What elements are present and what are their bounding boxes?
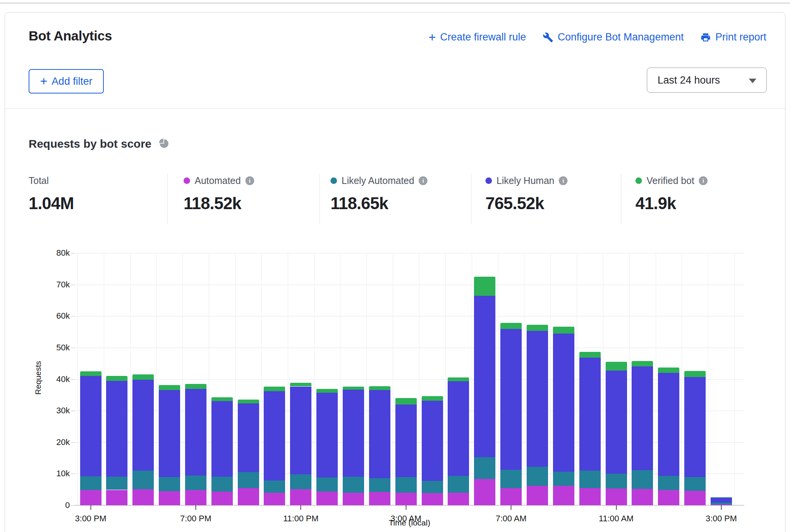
- x-axis-tick: [406, 505, 406, 510]
- bar-segment-verified-bot: [290, 383, 311, 386]
- x-axis-tick: [721, 505, 722, 510]
- bar-segment-likely-human: [579, 358, 601, 471]
- x-axis-tick: [90, 505, 91, 510]
- bar-segment-automated: [553, 486, 574, 505]
- bar-segment-verified-bot: [395, 398, 417, 405]
- bar-segment-likely-automated: [185, 476, 206, 490]
- bar-segment-likely-human: [422, 401, 443, 481]
- bar-segment-likely-human: [711, 498, 732, 503]
- bar-segment-likely-human: [658, 373, 679, 476]
- bar-segment-likely-human: [106, 381, 127, 476]
- bar-segment-automated: [684, 491, 706, 505]
- bar-segment-verified-bot: [132, 374, 154, 380]
- y-axis-tick: [71, 379, 75, 380]
- bar-segment-automated: [579, 488, 601, 505]
- bar-segment-verified-bot: [264, 387, 285, 391]
- gridline-horizontal: [75, 316, 744, 316]
- bar-segment-verified-bot: [527, 325, 548, 331]
- bar-segment-likely-human: [553, 334, 574, 472]
- bar-segment-likely-human: [290, 387, 311, 475]
- bar-segment-automated: [395, 493, 417, 505]
- bar-segment-automated: [343, 493, 364, 505]
- bar-segment-likely-human: [448, 381, 469, 476]
- bar-segment-automated: [369, 492, 390, 505]
- x-axis-title: Time (local): [352, 518, 467, 527]
- x-axis-tick-label: 11:00 AM: [574, 514, 658, 524]
- bar-segment-likely-automated: [579, 471, 601, 488]
- bar-segment-likely-human: [238, 403, 259, 472]
- bar-segment-likely-automated: [159, 477, 180, 491]
- x-axis-tick: [616, 505, 617, 510]
- y-axis-tick: [71, 505, 75, 506]
- y-axis-tick-label: 70k: [24, 280, 70, 290]
- bar-segment-likely-human: [632, 366, 653, 471]
- y-axis-tick: [71, 253, 75, 253]
- y-axis-tick: [71, 316, 75, 316]
- bar-segment-likely-automated: [500, 470, 522, 488]
- bar-segment-likely-human: [264, 391, 285, 480]
- bar-segment-verified-bot: [422, 396, 443, 401]
- bar-segment-likely-automated: [448, 476, 469, 493]
- bar-segment-likely-human: [606, 371, 627, 474]
- bar-segment-likely-human: [316, 393, 338, 477]
- bar-segment-automated: [448, 493, 469, 505]
- bar-segment-automated: [211, 492, 233, 505]
- bar-segment-verified-bot: [106, 376, 127, 381]
- y-axis-tick-label: 30k: [24, 406, 70, 416]
- bar-segment-verified-bot: [448, 377, 469, 382]
- bar-segment-likely-human: [474, 296, 495, 457]
- bar-segment-likely-automated: [474, 457, 495, 479]
- bar-segment-likely-automated: [316, 477, 338, 491]
- x-axis-tick: [300, 505, 301, 510]
- bar-segment-verified-bot: [238, 400, 259, 403]
- bar-segment-verified-bot: [500, 323, 522, 329]
- gridline-horizontal: [75, 348, 744, 348]
- bar-segment-verified-bot: [474, 277, 495, 296]
- bar-segment-likely-automated: [290, 474, 311, 489]
- bar-segment-likely-automated: [211, 477, 233, 492]
- y-axis-tick: [71, 442, 75, 443]
- y-axis-tick-label: 50k: [24, 343, 70, 353]
- y-axis-tick: [71, 411, 75, 411]
- bar-segment-likely-automated: [422, 481, 443, 493]
- bar-segment-likely-automated: [343, 477, 364, 493]
- bar-segment-likely-automated: [369, 478, 390, 492]
- y-axis-tick-label: 80k: [24, 248, 70, 258]
- bar-segment-automated: [527, 486, 548, 505]
- bar-segment-automated: [422, 493, 443, 505]
- bar-segment-automated: [264, 493, 285, 505]
- bar-segment-verified-bot: [658, 368, 679, 373]
- bar-segment-automated: [238, 488, 259, 505]
- y-axis-tick-label: 60k: [24, 311, 70, 321]
- bar-segment-automated: [658, 490, 679, 505]
- bar-segment-likely-human: [159, 390, 180, 477]
- y-axis-tick-label: 10k: [24, 469, 70, 479]
- bar-segment-verified-bot: [159, 385, 180, 390]
- bar-segment-likely-automated: [132, 471, 154, 489]
- bar-segment-automated: [474, 479, 495, 505]
- bar-segment-likely-automated: [264, 480, 285, 493]
- y-axis-tick: [71, 285, 75, 285]
- bar-segment-likely-automated: [238, 472, 259, 488]
- bar-segment-verified-bot: [369, 386, 390, 390]
- bar-segment-likely-human: [684, 377, 706, 477]
- bar-segment-automated: [500, 488, 522, 505]
- bar-segment-likely-human: [211, 401, 233, 476]
- bar-segment-likely-automated: [632, 470, 653, 489]
- y-axis-tick-label: 20k: [24, 437, 70, 447]
- y-axis-tick: [71, 348, 75, 348]
- x-axis-tick: [195, 505, 196, 510]
- x-axis-tick: [511, 505, 511, 510]
- bar-segment-verified-bot: [185, 384, 206, 389]
- gridline-horizontal: [75, 285, 744, 285]
- requests-by-bot-score-chart: 010k20k30k40k50k60k70k80k3:00 PM7:00 PM1…: [0, 0, 790, 532]
- bar-segment-verified-bot: [632, 361, 653, 366]
- bar-segment-likely-human: [527, 331, 548, 467]
- bar-segment-likely-automated: [106, 477, 127, 490]
- x-axis-tick-label: 7:00 AM: [469, 514, 553, 524]
- bar-segment-likely-human: [343, 390, 364, 477]
- bar-segment-verified-bot: [211, 397, 233, 401]
- bar-segment-automated: [316, 492, 338, 505]
- bar-segment-likely-automated: [80, 476, 102, 490]
- bar-segment-likely-human: [132, 380, 154, 471]
